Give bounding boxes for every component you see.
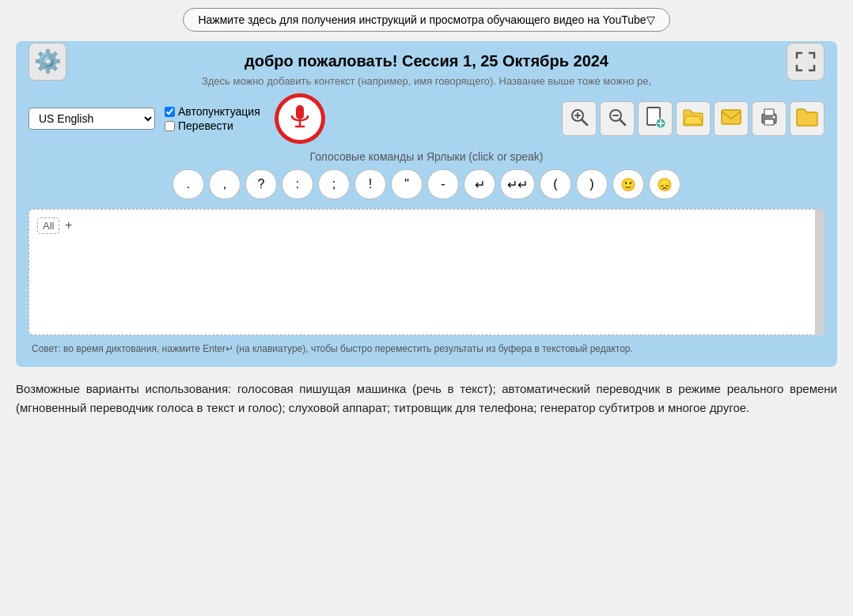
toolbar: [339, 101, 825, 136]
symbol-quote[interactable]: ": [391, 169, 423, 199]
symbol-semicolon[interactable]: ;: [318, 169, 350, 199]
svg-rect-14: [722, 110, 741, 124]
symbol-colon[interactable]: :: [282, 169, 313, 199]
folder-icon: [795, 107, 819, 131]
language-wrapper: US English: [28, 108, 155, 130]
symbol-newline[interactable]: ↵: [464, 169, 495, 199]
svg-rect-17: [764, 119, 774, 125]
session-title: добро пожаловать! Сессия 1, 25 Октябрь 2…: [245, 52, 608, 70]
add-section-plus[interactable]: +: [65, 218, 72, 232]
language-select[interactable]: US English: [28, 108, 155, 130]
zoom-in-icon: [569, 107, 590, 131]
auto-punctuation-checkbox[interactable]: [165, 107, 175, 117]
all-badge: All: [37, 217, 59, 234]
open-file-button[interactable]: [676, 101, 711, 136]
tip-text: Совет: во время диктования, нажмите Ente…: [28, 342, 825, 356]
header-row: ⚙️ добро пожаловать! Сессия 1, 25 Октябр…: [28, 52, 825, 70]
new-doc-button[interactable]: [638, 101, 673, 136]
zoom-in-button[interactable]: [562, 101, 597, 136]
svg-line-8: [620, 119, 626, 125]
checkbox-group: Автопунктуация Перевести: [165, 105, 260, 132]
email-button[interactable]: [714, 101, 749, 136]
subtitle: Здесь можно добавить контекст (например,…: [28, 75, 825, 87]
symbol-double-newline[interactable]: ↵↵: [500, 169, 535, 199]
svg-rect-0: [296, 105, 304, 119]
svg-rect-16: [764, 109, 774, 115]
email-icon: [720, 108, 742, 130]
microphone-button[interactable]: [276, 95, 324, 142]
main-container: ⚙️ добро пожаловать! Сессия 1, 25 Октябр…: [16, 41, 837, 367]
symbol-sad[interactable]: 😞: [649, 169, 681, 199]
microphone-icon: [287, 104, 313, 134]
symbol-dash[interactable]: -: [427, 169, 459, 199]
svg-line-4: [582, 119, 588, 125]
scrollbar-track[interactable]: [815, 209, 825, 335]
open-file-icon: [682, 107, 704, 131]
symbol-smile[interactable]: 🙂: [612, 169, 644, 199]
expand-icon: [794, 51, 817, 73]
translate-label[interactable]: Перевести: [165, 119, 260, 132]
symbol-period[interactable]: .: [172, 169, 204, 199]
print-icon: [758, 106, 780, 132]
text-area-wrapper: All +: [28, 209, 825, 335]
print-button[interactable]: [752, 101, 787, 136]
top-banner-container: Нажмите здесь для получения инструкций и…: [16, 8, 837, 32]
new-doc-icon: [645, 106, 665, 132]
controls-row: US English Автопунктуация Перевести: [28, 95, 825, 142]
svg-point-18: [773, 115, 775, 118]
translate-checkbox[interactable]: [165, 121, 175, 131]
zoom-out-button[interactable]: [600, 101, 635, 136]
voice-commands-label: Голосовые команды и Ярлыки (click or spe…: [28, 150, 825, 163]
youtube-instructions-button[interactable]: Нажмите здесь для получения инструкций и…: [183, 8, 669, 32]
symbol-comma[interactable]: ,: [209, 169, 241, 199]
gear-icon: ⚙️: [34, 48, 62, 74]
text-area[interactable]: All +: [28, 209, 825, 335]
expand-button[interactable]: [787, 43, 825, 81]
folder-button[interactable]: [790, 101, 825, 136]
symbol-open-paren[interactable]: (: [540, 169, 571, 199]
symbol-row: . , ? : ; ! " - ↵ ↵↵ ( ) 🙂 😞: [28, 169, 825, 199]
auto-punctuation-label[interactable]: Автопунктуация: [165, 105, 260, 118]
symbol-exclamation[interactable]: !: [354, 169, 386, 199]
symbol-question[interactable]: ?: [245, 169, 277, 199]
symbol-close-paren[interactable]: ): [576, 169, 608, 199]
zoom-out-icon: [607, 107, 627, 131]
settings-button[interactable]: ⚙️: [28, 43, 66, 81]
description-text: Возможные варианты использования: голосо…: [16, 380, 837, 418]
